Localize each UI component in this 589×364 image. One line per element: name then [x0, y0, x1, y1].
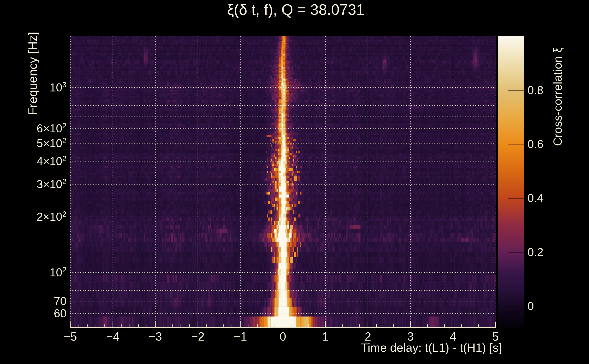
plot-title: ξ(δ t, f), Q = 38.0731 — [227, 1, 365, 18]
x-tick-label: 1 — [322, 330, 329, 343]
colorbar-tick-label: 0.4 — [528, 192, 543, 205]
y-tick-label: 4×102 — [0, 155, 66, 168]
x-tick-label: −3 — [149, 330, 162, 343]
y-tick-label: 2×102 — [0, 210, 66, 223]
x-tick-label: 3 — [407, 330, 413, 343]
colorbar-tick-label: 0 — [528, 300, 534, 313]
x-tick-label: 5 — [492, 330, 499, 343]
x-tick-label: 2 — [365, 330, 371, 343]
y-tick-label: 70 — [0, 295, 66, 308]
colorbar-tick-label: 0.8 — [528, 84, 543, 97]
y-tick-label: 102 — [0, 266, 66, 279]
y-tick-label: 5×102 — [0, 137, 66, 150]
y-tick-label: 103 — [0, 81, 66, 94]
colorbar-tick-label: 0.6 — [528, 138, 543, 151]
cross-correlation-figure: ξ(δ t, f), Q = 38.0731 Frequency [Hz] Ti… — [0, 0, 589, 364]
colorbar-label: Cross-correlation ξ — [551, 47, 564, 146]
correlation-heatmap-canvas — [0, 0, 589, 364]
x-axis-label: Time delay: t(L1) - t(H1) [s] — [361, 341, 502, 354]
x-tick-label: 4 — [450, 330, 456, 343]
y-tick-label: 6×102 — [0, 122, 66, 135]
x-tick-label: −4 — [106, 330, 119, 343]
colorbar-tick-label: 0.2 — [528, 246, 543, 259]
y-tick-label: 3×102 — [0, 178, 66, 191]
x-tick-label: −1 — [234, 330, 247, 343]
x-tick-label: −5 — [64, 330, 77, 343]
x-tick-label: −2 — [191, 330, 204, 343]
y-axis-label: Frequency [Hz] — [26, 32, 39, 115]
y-tick-label: 60 — [0, 307, 66, 320]
x-tick-label: 0 — [280, 330, 286, 343]
